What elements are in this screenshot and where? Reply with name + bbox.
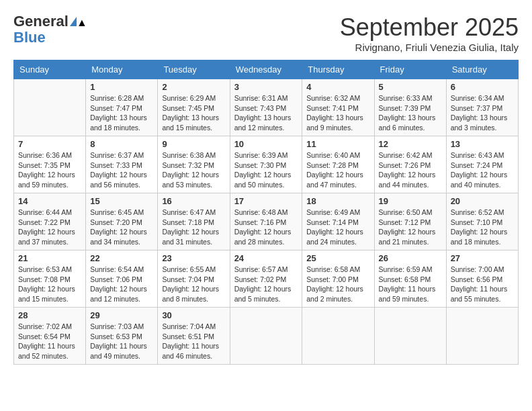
day-info: Sunrise: 6:29 AM Sunset: 7:45 PM Dayligh… <box>162 93 225 133</box>
day-info: Sunrise: 6:53 AM Sunset: 7:08 PM Dayligh… <box>18 265 81 304</box>
day-number: 16 <box>162 196 225 206</box>
calendar-table: SundayMondayTuesdayWednesdayThursdayFrid… <box>13 60 519 365</box>
day-info: Sunrise: 6:52 AM Sunset: 7:10 PM Dayligh… <box>451 208 514 247</box>
day-info: Sunrise: 7:00 AM Sunset: 6:56 PM Dayligh… <box>451 265 514 304</box>
day-number: 13 <box>451 139 514 149</box>
day-info: Sunrise: 6:34 AM Sunset: 7:37 PM Dayligh… <box>451 93 514 133</box>
header-day-tuesday: Tuesday <box>158 60 230 79</box>
logo-icon: ▲ <box>70 17 77 26</box>
calendar-week-4: 21Sunrise: 6:53 AM Sunset: 7:08 PM Dayli… <box>14 250 519 308</box>
calendar-cell: 14Sunrise: 6:44 AM Sunset: 7:22 PM Dayli… <box>14 193 86 250</box>
calendar-cell: 12Sunrise: 6:42 AM Sunset: 7:26 PM Dayli… <box>374 136 446 193</box>
calendar-cell: 27Sunrise: 7:00 AM Sunset: 6:56 PM Dayli… <box>446 250 518 308</box>
month-title: September 2025 <box>340 13 519 42</box>
calendar-cell: 22Sunrise: 6:54 AM Sunset: 7:06 PM Dayli… <box>86 250 158 308</box>
day-number: 26 <box>379 253 442 263</box>
day-number: 23 <box>162 253 225 263</box>
calendar-cell: 19Sunrise: 6:50 AM Sunset: 7:12 PM Dayli… <box>374 193 446 250</box>
day-number: 12 <box>379 139 442 149</box>
calendar-cell: 4Sunrise: 6:32 AM Sunset: 7:41 PM Daylig… <box>302 79 374 136</box>
day-info: Sunrise: 7:02 AM Sunset: 6:54 PM Dayligh… <box>18 322 81 361</box>
day-number: 28 <box>18 310 81 320</box>
calendar-cell: 11Sunrise: 6:40 AM Sunset: 7:28 PM Dayli… <box>302 136 374 193</box>
title-block: September 2025 Rivignano, Friuli Venezia… <box>340 13 519 53</box>
calendar-cell <box>302 308 374 365</box>
calendar-cell: 9Sunrise: 6:38 AM Sunset: 7:32 PM Daylig… <box>158 136 230 193</box>
calendar-cell: 28Sunrise: 7:02 AM Sunset: 6:54 PM Dayli… <box>14 308 86 365</box>
location-text: Rivignano, Friuli Venezia Giulia, Italy <box>340 42 519 53</box>
day-number: 5 <box>379 82 442 92</box>
header-row: SundayMondayTuesdayWednesdayThursdayFrid… <box>14 60 519 79</box>
day-info: Sunrise: 6:40 AM Sunset: 7:28 PM Dayligh… <box>306 150 369 190</box>
calendar-cell: 21Sunrise: 6:53 AM Sunset: 7:08 PM Dayli… <box>14 250 86 308</box>
day-info: Sunrise: 6:33 AM Sunset: 7:39 PM Dayligh… <box>379 93 442 133</box>
day-info: Sunrise: 6:32 AM Sunset: 7:41 PM Dayligh… <box>306 93 369 133</box>
calendar-cell: 13Sunrise: 6:43 AM Sunset: 7:24 PM Dayli… <box>446 136 518 193</box>
day-number: 14 <box>18 196 81 206</box>
calendar-cell: 16Sunrise: 6:47 AM Sunset: 7:18 PM Dayli… <box>158 193 230 250</box>
calendar-cell: 10Sunrise: 6:39 AM Sunset: 7:30 PM Dayli… <box>230 136 302 193</box>
day-number: 25 <box>306 253 369 263</box>
day-info: Sunrise: 6:48 AM Sunset: 7:16 PM Dayligh… <box>234 208 298 247</box>
day-number: 6 <box>451 82 514 92</box>
day-number: 9 <box>162 139 225 149</box>
day-number: 22 <box>90 253 153 263</box>
day-number: 30 <box>162 310 225 320</box>
calendar-cell: 7Sunrise: 6:36 AM Sunset: 7:35 PM Daylig… <box>14 136 86 193</box>
calendar-cell: 24Sunrise: 6:57 AM Sunset: 7:02 PM Dayli… <box>230 250 302 308</box>
day-info: Sunrise: 6:28 AM Sunset: 7:47 PM Dayligh… <box>90 93 153 133</box>
calendar-cell: 17Sunrise: 6:48 AM Sunset: 7:16 PM Dayli… <box>230 193 302 250</box>
day-number: 3 <box>234 82 298 92</box>
day-number: 11 <box>306 139 369 149</box>
header-day-saturday: Saturday <box>446 60 518 79</box>
day-info: Sunrise: 6:49 AM Sunset: 7:14 PM Dayligh… <box>306 208 369 247</box>
day-number: 18 <box>306 196 369 206</box>
day-number: 17 <box>234 196 298 206</box>
header-day-friday: Friday <box>374 60 446 79</box>
day-number: 21 <box>18 253 81 263</box>
calendar-cell: 5Sunrise: 6:33 AM Sunset: 7:39 PM Daylig… <box>374 79 446 136</box>
calendar-cell: 20Sunrise: 6:52 AM Sunset: 7:10 PM Dayli… <box>446 193 518 250</box>
page-header: General ▲ Blue September 2025 Rivignano,… <box>13 13 519 53</box>
calendar-week-5: 28Sunrise: 7:02 AM Sunset: 6:54 PM Dayli… <box>14 308 519 365</box>
day-info: Sunrise: 6:57 AM Sunset: 7:02 PM Dayligh… <box>234 265 298 304</box>
calendar-cell: 26Sunrise: 6:59 AM Sunset: 6:58 PM Dayli… <box>374 250 446 308</box>
day-info: Sunrise: 7:03 AM Sunset: 6:53 PM Dayligh… <box>90 322 153 361</box>
calendar-cell <box>14 79 86 136</box>
day-number: 29 <box>90 310 153 320</box>
header-day-sunday: Sunday <box>14 60 86 79</box>
calendar-cell: 6Sunrise: 6:34 AM Sunset: 7:37 PM Daylig… <box>446 79 518 136</box>
logo: General ▲ Blue <box>13 13 77 46</box>
calendar-week-3: 14Sunrise: 6:44 AM Sunset: 7:22 PM Dayli… <box>14 193 519 250</box>
day-number: 2 <box>162 82 225 92</box>
calendar-cell: 15Sunrise: 6:45 AM Sunset: 7:20 PM Dayli… <box>86 193 158 250</box>
logo-blue-text: Blue <box>13 30 46 46</box>
day-number: 15 <box>90 196 153 206</box>
day-info: Sunrise: 6:43 AM Sunset: 7:24 PM Dayligh… <box>451 150 514 190</box>
day-number: 8 <box>90 139 153 149</box>
day-info: Sunrise: 6:50 AM Sunset: 7:12 PM Dayligh… <box>379 208 442 247</box>
day-info: Sunrise: 6:44 AM Sunset: 7:22 PM Dayligh… <box>18 208 81 247</box>
day-info: Sunrise: 6:45 AM Sunset: 7:20 PM Dayligh… <box>90 208 153 247</box>
day-info: Sunrise: 6:36 AM Sunset: 7:35 PM Dayligh… <box>18 150 81 190</box>
calendar-week-2: 7Sunrise: 6:36 AM Sunset: 7:35 PM Daylig… <box>14 136 519 193</box>
day-info: Sunrise: 6:42 AM Sunset: 7:26 PM Dayligh… <box>379 150 442 190</box>
calendar-cell <box>446 308 518 365</box>
day-number: 19 <box>379 196 442 206</box>
day-number: 7 <box>18 139 81 149</box>
calendar-cell <box>374 308 446 365</box>
day-number: 10 <box>234 139 298 149</box>
logo-general-text: General <box>13 13 69 30</box>
day-info: Sunrise: 7:04 AM Sunset: 6:51 PM Dayligh… <box>162 322 225 361</box>
calendar-cell: 29Sunrise: 7:03 AM Sunset: 6:53 PM Dayli… <box>86 308 158 365</box>
calendar-header: SundayMondayTuesdayWednesdayThursdayFrid… <box>14 60 519 79</box>
day-number: 24 <box>234 253 298 263</box>
calendar-cell <box>230 308 302 365</box>
day-info: Sunrise: 6:58 AM Sunset: 7:00 PM Dayligh… <box>306 265 369 304</box>
day-info: Sunrise: 6:54 AM Sunset: 7:06 PM Dayligh… <box>90 265 153 304</box>
day-number: 20 <box>451 196 514 206</box>
day-info: Sunrise: 6:38 AM Sunset: 7:32 PM Dayligh… <box>162 150 225 190</box>
day-info: Sunrise: 6:47 AM Sunset: 7:18 PM Dayligh… <box>162 208 225 247</box>
calendar-cell: 18Sunrise: 6:49 AM Sunset: 7:14 PM Dayli… <box>302 193 374 250</box>
calendar-body: 1Sunrise: 6:28 AM Sunset: 7:47 PM Daylig… <box>14 79 519 365</box>
